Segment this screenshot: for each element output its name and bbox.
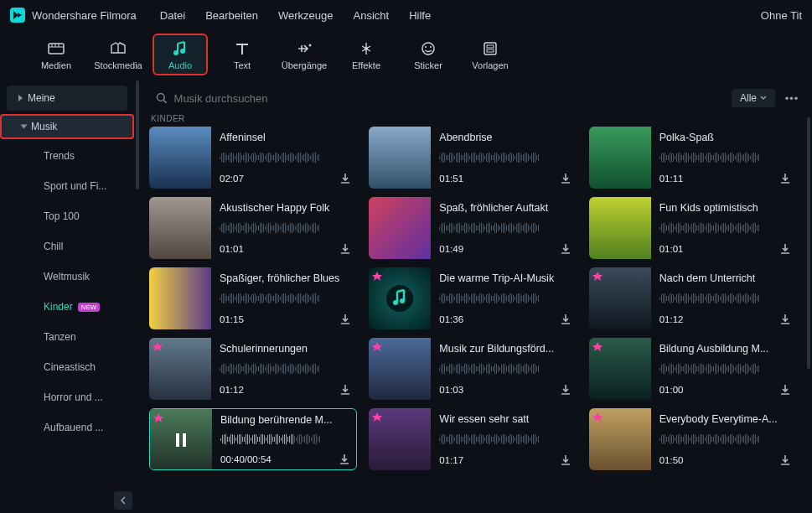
sidebar-item-label: Trends <box>44 150 75 162</box>
track-card[interactable]: Schulerinnerungen01:12 <box>149 338 357 400</box>
tool-stock[interactable]: Stockmedia <box>91 34 146 75</box>
track-title: Everybody Everytime-A... <box>659 413 792 425</box>
filter-dropdown[interactable]: Alle <box>732 89 775 107</box>
sidebar-item[interactable]: Chill <box>0 231 139 262</box>
track-duration: 02:07 <box>220 174 244 184</box>
download-icon[interactable] <box>778 453 792 467</box>
waveform <box>659 362 792 376</box>
collapse-sidebar-button[interactable] <box>114 491 132 510</box>
track-body: Everybody Everytime-A...01:50 <box>651 408 797 470</box>
download-icon[interactable] <box>338 453 351 466</box>
main-menu: Datei Bearbeiten Werkzeuge Ansicht Hilfe <box>160 9 431 22</box>
tool-tpl[interactable]: Vorlagen <box>463 34 518 75</box>
download-icon[interactable] <box>559 383 572 396</box>
tool-sticker[interactable]: Sticker <box>401 34 456 75</box>
track-thumbnail <box>589 408 651 470</box>
track-card[interactable]: Wir essen sehr satt01:17 <box>369 408 577 470</box>
track-title: Wir essen sehr satt <box>439 413 572 425</box>
track-body: Nach dem Unterricht01:12 <box>651 267 797 329</box>
tool-label: Text <box>234 60 251 70</box>
sidebar-item[interactable]: Trends <box>0 141 139 171</box>
pause-icon[interactable] <box>150 409 212 470</box>
menu-help[interactable]: Hilfe <box>409 9 431 22</box>
download-icon[interactable] <box>559 172 572 185</box>
sidebar-item[interactable]: Aufbauend ... <box>0 412 139 443</box>
tool-trans[interactable]: Übergänge <box>277 34 332 75</box>
track-card[interactable]: Die warme Trip-AI-Musik01:36 <box>369 267 577 329</box>
tool-media[interactable]: Medien <box>28 34 84 75</box>
sidebar-root-musik[interactable]: Musik <box>0 114 134 139</box>
track-thumbnail <box>369 127 431 189</box>
track-card[interactable]: Spaßiger, fröhlicher Blues01:15 <box>149 267 357 329</box>
menu-edit[interactable]: Bearbeiten <box>205 9 258 22</box>
tool-label: Audio <box>168 60 192 70</box>
track-thumbnail <box>149 338 211 400</box>
track-title: Schulerinnerungen <box>220 343 352 355</box>
sidebar-root-label: Meine <box>28 92 55 104</box>
sidebar-item[interactable]: KinderNEW <box>0 292 139 322</box>
stock-icon <box>109 39 127 58</box>
download-icon[interactable] <box>778 313 792 326</box>
track-card[interactable]: Nach dem Unterricht01:12 <box>589 267 797 329</box>
track-duration: 01:01 <box>220 244 244 254</box>
track-card[interactable]: Everybody Everytime-A...01:50 <box>589 408 797 470</box>
track-card[interactable]: Fun Kids optimistisch01:01 <box>589 197 797 259</box>
track-title: Akustischer Happy Folk <box>220 202 352 214</box>
sidebar-item[interactable]: Weltmusik <box>0 262 139 292</box>
section-title: KINDER <box>149 114 802 127</box>
download-icon[interactable] <box>559 242 572 256</box>
tool-text[interactable]: Text <box>215 34 270 75</box>
svg-point-5 <box>422 43 434 54</box>
download-icon[interactable] <box>559 313 572 326</box>
search-input[interactable] <box>174 92 718 105</box>
menu-tools[interactable]: Werkzeuge <box>278 9 334 22</box>
download-icon[interactable] <box>778 383 792 396</box>
sidebar-item-label: Aufbauend ... <box>44 422 103 433</box>
svg-rect-8 <box>484 43 496 54</box>
track-card[interactable]: Bildung Ausbildung M...01:00 <box>589 338 797 400</box>
track-card[interactable]: Spaß, fröhlicher Auftakt01:49 <box>369 197 577 259</box>
tool-audio[interactable]: Audio <box>153 34 208 75</box>
waveform <box>659 433 792 446</box>
download-icon[interactable] <box>778 242 792 256</box>
tool-fx[interactable]: Effekte <box>339 34 394 75</box>
download-icon[interactable] <box>339 242 352 256</box>
content-scrollbar[interactable] <box>807 117 810 369</box>
download-icon[interactable] <box>339 313 352 326</box>
more-button[interactable]: ••• <box>782 92 802 105</box>
sidebar-item-label: Tanzen <box>44 331 76 343</box>
download-icon[interactable] <box>559 453 572 467</box>
text-icon <box>233 39 251 58</box>
sidebar-item[interactable]: Tanzen <box>0 322 139 352</box>
sidebar-item[interactable]: Cineastisch <box>0 352 139 382</box>
svg-line-12 <box>163 100 166 102</box>
sidebar-root-meine[interactable]: Meine <box>7 86 127 111</box>
sidebar-item[interactable]: Horror und ... <box>0 382 139 412</box>
track-body: Fun Kids optimistisch01:01 <box>651 197 797 259</box>
track-duration: 01:01 <box>659 244 684 254</box>
track-card[interactable]: Musik zur Bildungsförd...01:03 <box>369 338 577 400</box>
track-card[interactable]: Polka-Spaß01:11 <box>589 127 797 189</box>
tool-label: Sticker <box>414 60 442 70</box>
sidebar-item[interactable]: Sport und Fi... <box>0 171 139 201</box>
track-title: Spaß, fröhlicher Auftakt <box>439 202 572 214</box>
sidebar-item-label: Kinder <box>44 301 73 313</box>
menu-view[interactable]: Ansicht <box>354 9 390 22</box>
track-thumbnail <box>149 267 211 329</box>
download-icon[interactable] <box>339 383 352 396</box>
favorite-icon <box>592 411 603 422</box>
track-duration: 01:12 <box>220 385 244 395</box>
track-body: Die warme Trip-AI-Musik01:36 <box>431 267 577 329</box>
track-card[interactable]: Akustischer Happy Folk01:01 <box>149 197 357 259</box>
track-card[interactable]: Bildung berührende M...00:40/00:54 <box>149 408 357 470</box>
track-body: Akustischer Happy Folk01:01 <box>211 197 357 259</box>
download-icon[interactable] <box>778 172 792 185</box>
track-card[interactable]: Abendbrise01:51 <box>369 127 577 189</box>
sidebar-item[interactable]: Top 100 <box>0 201 139 231</box>
sidebar-item-label: Weltmusik <box>44 271 90 282</box>
track-card[interactable]: Affeninsel02:07 <box>149 127 357 189</box>
download-icon[interactable] <box>339 172 352 185</box>
app-logo: Wondershare Filmora <box>10 8 137 23</box>
track-duration: 00:40/00:54 <box>220 454 272 464</box>
menu-file[interactable]: Datei <box>160 9 185 22</box>
